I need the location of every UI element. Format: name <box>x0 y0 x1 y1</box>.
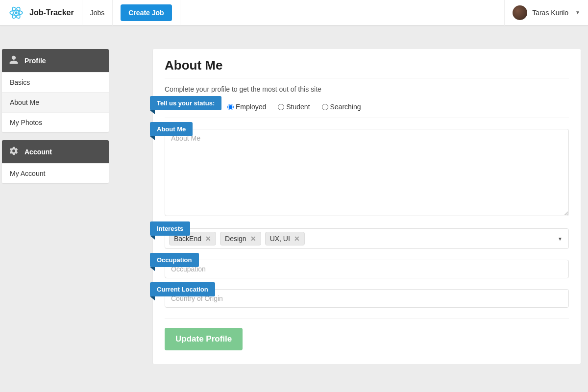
user-name: Taras Kurilo <box>532 9 568 17</box>
brand-text: Job-Tracker <box>29 8 74 17</box>
field-about: About Me <box>165 129 569 218</box>
user-icon <box>9 55 19 66</box>
sidebar-header-profile: Profile <box>2 49 109 72</box>
chevron-down-icon: ▼ <box>558 236 563 242</box>
create-job-button[interactable]: Create Job <box>121 4 172 21</box>
user-menu[interactable]: Taras Kurilo ▼ <box>504 0 588 25</box>
remove-tag-icon[interactable]: ✕ <box>250 235 256 243</box>
remove-tag-icon[interactable]: ✕ <box>294 235 300 243</box>
tag-label: Design <box>225 235 246 243</box>
status-label-employed: Employed <box>236 103 266 111</box>
chevron-down-icon: ▼ <box>575 10 580 15</box>
remove-tag-icon[interactable]: ✕ <box>205 235 211 243</box>
radio-employed[interactable] <box>227 104 234 110</box>
location-label: Current Location <box>150 282 215 296</box>
field-location: Current Location <box>165 289 569 308</box>
nav-jobs[interactable]: Jobs <box>82 0 113 25</box>
about-textarea[interactable] <box>165 129 569 216</box>
status-option-searching[interactable]: Searching <box>322 103 361 111</box>
sidebar-item-about-me[interactable]: About Me <box>2 92 109 112</box>
status-label-searching: Searching <box>330 103 361 111</box>
gear-icon <box>9 146 19 157</box>
status-option-employed[interactable]: Employed <box>227 103 266 111</box>
radio-student[interactable] <box>278 104 284 110</box>
field-status: Tell us your status: Employed Student Se… <box>165 103 569 118</box>
sidebar-item-my-photos[interactable]: My Photos <box>2 112 109 132</box>
brand[interactable]: Job-Tracker <box>0 0 82 25</box>
sidebar-group-account: Account My Account <box>2 140 109 183</box>
sidebar: Profile Basics About Me My Photos Accoun… <box>2 49 109 191</box>
sidebar-group-profile: Profile Basics About Me My Photos <box>2 49 109 132</box>
react-logo-icon <box>8 4 24 21</box>
radio-searching[interactable] <box>322 104 328 110</box>
field-interests: Interests BackEnd ✕ Design ✕ UX, UI ✕ ▼ <box>165 228 569 249</box>
interests-select[interactable]: BackEnd ✕ Design ✕ UX, UI ✕ ▼ <box>165 228 569 249</box>
svg-point-0 <box>15 11 17 14</box>
sidebar-item-my-account[interactable]: My Account <box>2 163 109 183</box>
sidebar-header-account: Account <box>2 140 109 163</box>
create-slot: Create Job <box>113 0 180 25</box>
profile-card: About Me Complete your profile to get th… <box>153 49 581 364</box>
about-label: About Me <box>150 122 193 136</box>
status-label: Tell us your status: <box>150 96 221 110</box>
status-option-student[interactable]: Student <box>278 103 310 111</box>
update-profile-button[interactable]: Update Profile <box>165 328 243 350</box>
sidebar-title-account: Account <box>24 148 52 156</box>
tag-label: BackEnd <box>174 235 201 243</box>
occupation-label: Occupation <box>150 253 199 267</box>
sidebar-item-basics[interactable]: Basics <box>2 72 109 92</box>
top-nav: Job-Tracker Jobs Create Job Taras Kurilo… <box>0 0 588 25</box>
page-desc: Complete your profile to get the most ou… <box>165 85 569 93</box>
divider <box>165 318 569 319</box>
location-input[interactable] <box>165 289 569 308</box>
field-occupation: Occupation <box>165 260 569 278</box>
interests-label: Interests <box>150 221 190 236</box>
tag-uxui: UX, UI ✕ <box>265 232 305 245</box>
occupation-input[interactable] <box>165 260 569 278</box>
avatar <box>513 5 527 20</box>
tag-label: UX, UI <box>270 235 290 243</box>
main: About Me Complete your profile to get th… <box>153 49 588 364</box>
status-row: Employed Student Searching <box>165 103 569 118</box>
status-label-student: Student <box>286 103 310 111</box>
tag-design: Design ✕ <box>220 232 261 245</box>
page-title: About Me <box>165 58 569 78</box>
sidebar-title-profile: Profile <box>24 57 46 65</box>
